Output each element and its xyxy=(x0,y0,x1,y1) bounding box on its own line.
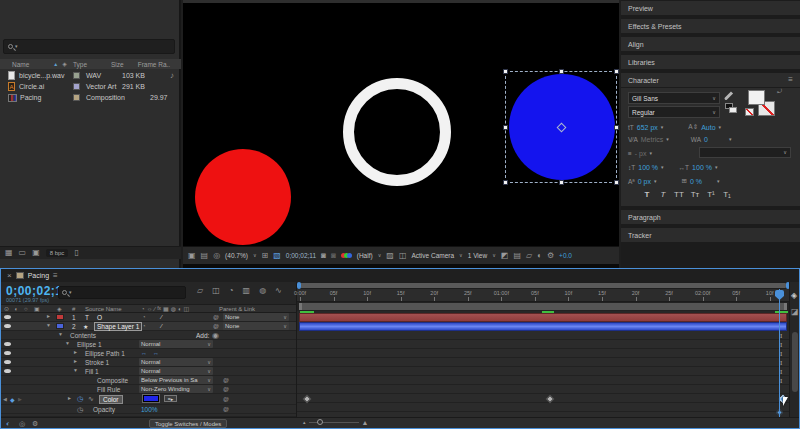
view-dropdown[interactable]: Active Camera xyxy=(411,252,454,259)
subscript-button[interactable]: T₁ xyxy=(719,190,735,199)
expand-transfer-controls-icon[interactable]: ◎ xyxy=(19,420,25,427)
hide-shy-layers-icon[interactable]: ◔ xyxy=(229,287,234,295)
timeline-search-input[interactable]: ▾ xyxy=(58,286,186,299)
expression-icon[interactable]: =▸ xyxy=(164,395,177,402)
caret-icon[interactable]: ▾ xyxy=(729,137,732,142)
selection-handle[interactable] xyxy=(503,69,508,74)
selection-handle[interactable] xyxy=(559,69,564,74)
parent-dropdown[interactable]: None∨ xyxy=(223,322,289,330)
selection-handle[interactable] xyxy=(503,125,508,130)
col-frame-rate[interactable]: Frame Ra.. xyxy=(138,61,171,68)
comp-marker-bin-icon[interactable]: ◈ xyxy=(791,292,797,300)
view-layout-dropdown[interactable]: 1 View xyxy=(468,252,487,259)
caret-icon[interactable]: ▾ xyxy=(661,165,664,170)
color-keyframe[interactable] xyxy=(303,395,311,403)
zoom-in-mountain-icon[interactable]: ▲ xyxy=(362,419,369,426)
fill-color-swatch[interactable] xyxy=(748,90,765,105)
quality-toggle[interactable]: ∕ xyxy=(161,323,162,329)
font-family-dropdown[interactable]: Gill Sans∨ xyxy=(628,92,720,104)
toggle-switches-modes-button[interactable]: Toggle Switches / Modes xyxy=(149,419,227,428)
expand-in-out-icon[interactable]: ⚙ xyxy=(32,420,38,427)
draft-3d-icon[interactable]: ◫ xyxy=(212,287,220,295)
fast-preview-icon[interactable]: ◩ xyxy=(501,252,509,260)
next-keyframe-icon[interactable]: ▶ xyxy=(18,396,22,402)
red-circle-shape[interactable] xyxy=(195,149,291,245)
collapse-icon[interactable]: ▼ xyxy=(65,341,70,346)
opacity-value[interactable]: 100% xyxy=(141,406,158,413)
quality-toggle[interactable]: ∕ xyxy=(161,314,162,320)
ellipse-path-row[interactable]: ► Ellipse Path 1 ↔ ↔ xyxy=(1,349,296,358)
layer-bar-blue-selected[interactable] xyxy=(299,322,787,331)
col-source-name[interactable]: Source Name xyxy=(85,306,122,312)
panel-header-preview[interactable]: Preview xyxy=(621,1,800,15)
project-item-audio[interactable]: bicycle...p.wav WAV 103 KB ♪ xyxy=(0,70,181,81)
faux-bold-button[interactable]: T xyxy=(639,190,655,199)
leading-value[interactable]: Auto xyxy=(701,124,715,131)
frame-blending-icon[interactable]: ▥ xyxy=(243,287,251,295)
expand-icon[interactable]: ► xyxy=(46,314,51,319)
zoom-out-mountain-icon[interactable]: ▴ xyxy=(303,420,306,425)
blend-mode-dropdown[interactable]: Normal∨ xyxy=(139,340,213,348)
stroke-width-value[interactable]: - px xyxy=(635,150,647,157)
layer-label-color[interactable] xyxy=(56,323,64,329)
label-chip[interactable] xyxy=(73,72,80,79)
anchor-point[interactable] xyxy=(557,123,567,133)
composite-dropdown[interactable]: Below Previous in Sa∨ xyxy=(139,376,213,384)
work-area-bar[interactable] xyxy=(299,303,787,310)
folder-icon[interactable]: ▭ xyxy=(19,249,27,257)
caret-icon[interactable]: ▾ xyxy=(717,179,720,184)
navigator-start-handle[interactable] xyxy=(297,282,301,289)
panel-header-paragraph[interactable]: Paragraph xyxy=(621,210,800,224)
blend-mode-dropdown[interactable]: Normal∨ xyxy=(139,358,213,366)
pickwhip-icon[interactable]: @ xyxy=(223,406,229,412)
vr-icon[interactable]: ◎ xyxy=(213,252,220,260)
selection-handle[interactable] xyxy=(503,180,508,185)
contents-row[interactable]: ▼ Contents Add: ◉ xyxy=(1,331,296,340)
constrain-icon[interactable]: ↔ xyxy=(141,350,147,356)
small-caps-button[interactable]: Tᴛ xyxy=(687,190,703,199)
white-ring-text-o[interactable] xyxy=(343,78,451,186)
label-chip[interactable] xyxy=(73,94,80,101)
horizontal-scale-value[interactable]: 100 % xyxy=(692,164,712,171)
caret-icon[interactable]: ∨ xyxy=(378,253,382,258)
eye-toggle[interactable] xyxy=(4,360,11,364)
caret-icon[interactable]: ▾ xyxy=(661,125,664,130)
parent-dropdown[interactable]: None∨ xyxy=(223,313,289,321)
show-channels-icon[interactable] xyxy=(341,253,352,258)
motion-blur-icon[interactable]: ◍ xyxy=(259,287,266,295)
col-parent-link[interactable]: Parent & Link xyxy=(219,306,255,312)
expand-icon[interactable]: ► xyxy=(73,359,78,364)
always-preview-icon[interactable]: ▣ xyxy=(188,252,196,260)
trash-icon[interactable]: ▯ xyxy=(74,249,78,257)
snapshot-icon[interactable]: ◙ xyxy=(321,252,326,260)
project-search-input[interactable]: ▾ xyxy=(3,39,175,54)
eye-toggle[interactable] xyxy=(4,315,11,319)
expand-icon[interactable]: ► xyxy=(67,396,72,401)
magnification-dropdown[interactable]: (40.7%) xyxy=(225,252,248,259)
eye-toggle[interactable] xyxy=(4,324,11,328)
tsume-value[interactable]: 0 % xyxy=(690,178,702,185)
prev-keyframe-icon[interactable]: ◀ xyxy=(3,396,7,402)
bit-depth-button[interactable]: 8 bpc xyxy=(46,249,69,257)
kerning-value[interactable]: Metrics xyxy=(641,136,664,143)
color-keyframe[interactable] xyxy=(546,395,554,403)
transparency-grid-icon[interactable]: ▨ xyxy=(386,252,394,260)
panel-header-effects-presets[interactable]: Effects & Presets xyxy=(621,19,800,33)
col-type[interactable]: Type xyxy=(73,61,87,68)
caret-icon[interactable]: ▾ xyxy=(654,179,657,184)
collapse-icon[interactable]: ▼ xyxy=(73,368,78,373)
show-snapshot-icon[interactable]: ◙ xyxy=(331,252,336,260)
panel-header-libraries[interactable]: Libraries xyxy=(621,55,800,69)
comp-mini-flowchart-icon[interactable]: ▱ xyxy=(197,287,203,295)
font-style-dropdown[interactable]: Regular∨ xyxy=(628,106,720,118)
panel-header-character[interactable]: Character ≡ xyxy=(621,73,800,87)
caret-icon[interactable]: ∨ xyxy=(492,253,496,258)
tracking-value[interactable]: 0 xyxy=(704,136,708,143)
fill-1-row[interactable]: ▼ Fill 1 Normal∨ xyxy=(1,367,296,376)
gear-icon[interactable]: ⚙ xyxy=(547,252,554,260)
selection-handle[interactable] xyxy=(614,125,619,130)
layer-name-selected[interactable]: Shape Layer 1 xyxy=(94,322,142,331)
time-ruler[interactable]: 0:00f05f10f15f20f25f01:00f05f10f15f20f25… xyxy=(297,289,790,302)
sort-asc-icon[interactable]: ▲ xyxy=(53,62,58,67)
project-item-comp[interactable]: Pacing Composition 29.97 xyxy=(0,92,181,103)
